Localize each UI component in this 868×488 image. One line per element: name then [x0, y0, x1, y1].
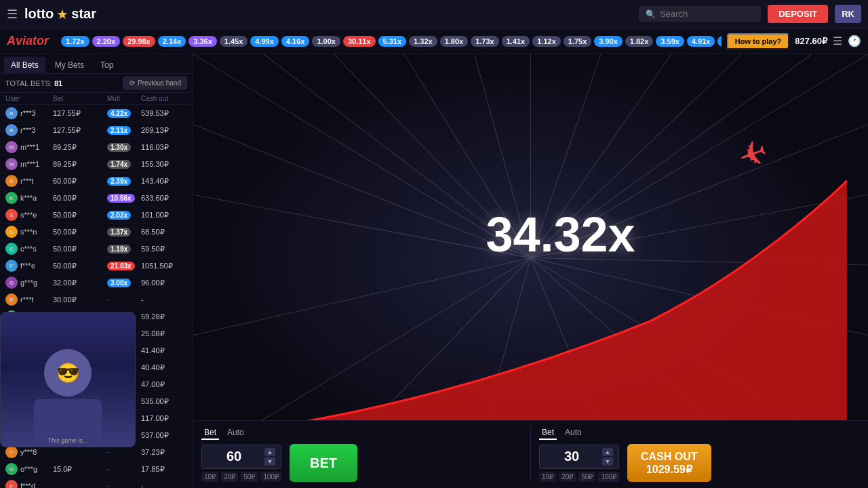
avatar: F — [5, 480, 18, 488]
bet-row: Oo***g15.0₽-17.85₽ — [0, 461, 193, 478]
right-quick-bet[interactable]: 20₽ — [559, 472, 576, 482]
multiplier-pill[interactable]: 4.99x — [250, 36, 279, 47]
avatar: R — [5, 124, 18, 136]
right-decrement-button[interactable]: ▼ — [602, 458, 613, 466]
logo: lotto ★ star — [24, 6, 96, 22]
multiplier-pill[interactable]: 1.72x — [61, 36, 90, 47]
bets-header: TOTAL BETS: 81 ⟳ Previous hand — [0, 74, 193, 93]
video-overlay: 😎 This game is... — [0, 312, 136, 447]
cashout-amount: 117.00₽ — [141, 414, 193, 423]
multiplier-pill[interactable]: 1.41x — [502, 36, 530, 47]
multiplier-pill[interactable]: 4.91x — [687, 36, 715, 47]
column-header: Bet — [53, 95, 107, 102]
username: r***t — [20, 177, 34, 185]
column-header: Cash out — [141, 95, 195, 102]
multiplier-pill[interactable]: 2.14x — [158, 36, 186, 47]
how-to-play-button[interactable]: How to play? — [727, 33, 789, 49]
mult-badge: 4.22x — [107, 109, 131, 118]
multiplier-pill[interactable]: 5.31x — [378, 36, 407, 47]
left-increment-button[interactable]: ▲ — [264, 448, 275, 456]
right-quick-bets: 10₽20₽50₽100₽ — [539, 472, 619, 482]
multiplier-pill[interactable]: 3.36x — [189, 36, 217, 47]
multiplier-pill[interactable]: 1.75x — [564, 36, 592, 47]
multiplier-pill[interactable]: 30.11x — [343, 36, 376, 47]
bet-tab-my-bets[interactable]: My Bets — [48, 57, 91, 73]
video-person: 😎 — [1, 312, 135, 447]
avatar: R — [5, 175, 18, 187]
username: f***d — [20, 482, 35, 488]
mult-badge: 10.56x — [107, 194, 135, 203]
multiplier-pill[interactable]: 1.45x — [220, 36, 248, 47]
left-quick-bet[interactable]: 20₽ — [221, 472, 238, 482]
username: f***e — [20, 262, 35, 270]
cashout-amount: 539.53₽ — [141, 109, 193, 118]
multiplier-pill[interactable]: 7.76x — [717, 36, 721, 47]
multiplier-pill[interactable]: 3.90x — [594, 36, 623, 47]
right-quick-bet[interactable]: 10₽ — [539, 472, 556, 482]
multiplier-pill[interactable]: 3.59x — [656, 36, 684, 47]
list-icon[interactable]: ☰ — [833, 35, 842, 47]
multiplier-pill[interactable]: 1.73x — [471, 36, 499, 47]
bet-amount: 60.00₽ — [53, 177, 107, 186]
mult-cell: 3.00x — [107, 278, 141, 287]
left-quick-bet[interactable]: 50₽ — [241, 472, 258, 482]
multiplier-pill[interactable]: 1.32x — [409, 36, 437, 47]
multiplier-pill[interactable]: 1.80x — [440, 36, 469, 47]
left-stepper[interactable]: ▲ ▼ — [264, 448, 275, 466]
search-bar[interactable]: 🔍 — [639, 6, 761, 22]
user-cell: Kk***a — [5, 192, 53, 204]
game-area: 34.32x ✈ BetAuto 60 ▲ ▼ — [193, 54, 868, 488]
right-stepper[interactable]: ▲ ▼ — [602, 448, 613, 466]
bet-row: Gg***g32.00₽3.00x96.00₽ — [0, 274, 193, 291]
bet-row: Ss***n50.00₽1.37x68.50₽ — [0, 224, 193, 241]
bet-amount: 50.00₽ — [53, 211, 107, 220]
multiplier-pill[interactable]: 1.00x — [312, 36, 340, 47]
left-quick-bet[interactable]: 100₽ — [260, 472, 281, 482]
cash-out-button[interactable]: CASH OUT 1029.59₽ — [627, 444, 711, 482]
hamburger-icon[interactable]: ☰ — [7, 7, 18, 22]
multiplier-pill[interactable]: 2.20x — [92, 36, 121, 47]
bet-tab-all-bets[interactable]: All Bets — [4, 57, 45, 73]
mult-badge: 1.74x — [107, 160, 131, 169]
deposit-button[interactable]: DEPOSIT — [768, 5, 828, 23]
cashout-amount: 59.50₽ — [141, 245, 193, 253]
multiplier-pill[interactable]: 1.12x — [532, 36, 561, 47]
left-decrement-button[interactable]: ▼ — [264, 458, 275, 466]
second-nav: Aviator 1.72x2.20x29.98x2.14x3.36x1.45x4… — [0, 28, 868, 54]
multiplier-pill[interactable]: 29.98x — [123, 36, 155, 47]
cashout-amount: 47.00₽ — [141, 380, 193, 389]
bet-row: Ff***e50.00₽21.03x1051.50₽ — [0, 258, 193, 274]
bet-tab-top[interactable]: Top — [94, 57, 120, 73]
search-input[interactable] — [660, 9, 754, 19]
user-avatar[interactable]: RK — [835, 5, 861, 23]
left-bet-panel-tabs: BetAuto — [201, 426, 522, 440]
right-bet-panel-tabs: BetAuto — [539, 426, 860, 440]
bets-table-header: UserBetMultCash out — [0, 93, 193, 105]
right-tab-auto[interactable]: Auto — [562, 426, 585, 440]
clock-icon[interactable]: 🕐 — [848, 35, 861, 47]
avatar: M — [5, 158, 18, 170]
cashout-amount: 535.00₽ — [141, 397, 193, 406]
left-bet-amount-box[interactable]: 60 ▲ ▼ — [201, 445, 281, 469]
user-cell: Rr***3 — [5, 124, 53, 136]
right-quick-bet[interactable]: 100₽ — [598, 472, 619, 482]
left-tab-auto[interactable]: Auto — [224, 426, 247, 440]
cashout-amount: 40.40₽ — [141, 363, 193, 372]
cashout-amount: 25.08₽ — [141, 329, 193, 338]
multiplier-pill[interactable]: 4.16x — [281, 36, 310, 47]
bet-row: Kk***a60.00₽10.56x633.60₽ — [0, 190, 193, 207]
left-tab-bet[interactable]: Bet — [201, 426, 219, 440]
logo-text2: star — [71, 6, 96, 22]
cashout-amount: 1051.50₽ — [141, 262, 193, 270]
right-bet-amount-box[interactable]: 30 ▲ ▼ — [539, 445, 619, 469]
multiplier-pill[interactable]: 1.82x — [625, 36, 654, 47]
cashout-amount: 537.00₽ — [141, 431, 193, 440]
right-increment-button[interactable]: ▲ — [602, 448, 613, 456]
right-tab-bet[interactable]: Bet — [539, 426, 557, 440]
prev-hand-button[interactable]: ⟳ Previous hand — [123, 77, 187, 89]
left-quick-bet[interactable]: 10₽ — [201, 472, 218, 482]
cashout-amount: 101.00₽ — [141, 211, 193, 220]
right-quick-bet[interactable]: 50₽ — [578, 472, 595, 482]
bet-row: Mm***189.25₽1.30x116.03₽ — [0, 139, 193, 156]
bet-button[interactable]: BET — [290, 444, 357, 482]
